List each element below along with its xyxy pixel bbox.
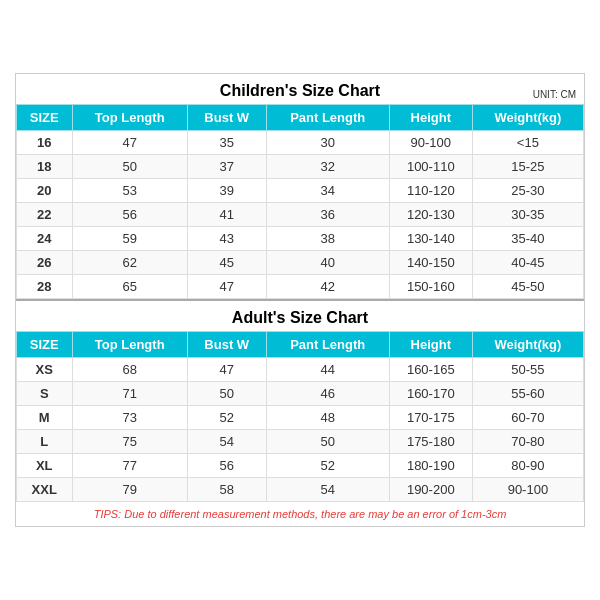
adult-col-bust-w: Bust W <box>187 332 266 358</box>
data-cell: 35 <box>187 131 266 155</box>
data-cell: 55-60 <box>472 382 583 406</box>
data-cell: 45 <box>187 251 266 275</box>
size-cell: 28 <box>17 275 73 299</box>
data-cell: 160-170 <box>389 382 472 406</box>
data-cell: 140-150 <box>389 251 472 275</box>
size-cell: M <box>17 406 73 430</box>
data-cell: 34 <box>266 179 389 203</box>
size-cell: 24 <box>17 227 73 251</box>
size-cell: S <box>17 382 73 406</box>
size-cell: L <box>17 430 73 454</box>
data-cell: 65 <box>72 275 187 299</box>
table-row: 26624540140-15040-45 <box>17 251 584 275</box>
size-chart: Children's Size Chart UNIT: CM SIZE Top … <box>15 73 585 527</box>
table-row: M735248170-17560-70 <box>17 406 584 430</box>
children-title-text: Children's Size Chart <box>220 82 380 99</box>
data-cell: 50 <box>266 430 389 454</box>
table-row: L755450175-18070-80 <box>17 430 584 454</box>
data-cell: 37 <box>187 155 266 179</box>
table-row: XXL795854190-20090-100 <box>17 478 584 502</box>
data-cell: 52 <box>266 454 389 478</box>
table-row: 24594338130-14035-40 <box>17 227 584 251</box>
adult-title-text: Adult's Size Chart <box>232 309 368 326</box>
data-cell: 48 <box>266 406 389 430</box>
data-cell: 90-100 <box>389 131 472 155</box>
data-cell: 170-175 <box>389 406 472 430</box>
size-cell: 16 <box>17 131 73 155</box>
data-cell: 38 <box>266 227 389 251</box>
tips-text: TIPS: Due to different measurement metho… <box>16 502 584 526</box>
data-cell: 150-160 <box>389 275 472 299</box>
data-cell: 50 <box>187 382 266 406</box>
data-cell: 47 <box>187 275 266 299</box>
children-col-pant-length: Pant Length <box>266 105 389 131</box>
data-cell: 77 <box>72 454 187 478</box>
table-row: XL775652180-19080-90 <box>17 454 584 478</box>
table-row: 28654742150-16045-50 <box>17 275 584 299</box>
data-cell: 130-140 <box>389 227 472 251</box>
data-cell: 39 <box>187 179 266 203</box>
data-cell: 15-25 <box>472 155 583 179</box>
data-cell: 35-40 <box>472 227 583 251</box>
table-row: 1647353090-100<15 <box>17 131 584 155</box>
table-row: 18503732100-11015-25 <box>17 155 584 179</box>
data-cell: 190-200 <box>389 478 472 502</box>
data-cell: 40-45 <box>472 251 583 275</box>
data-cell: 79 <box>72 478 187 502</box>
data-cell: 90-100 <box>472 478 583 502</box>
data-cell: 71 <box>72 382 187 406</box>
size-cell: 18 <box>17 155 73 179</box>
data-cell: 75 <box>72 430 187 454</box>
size-cell: 26 <box>17 251 73 275</box>
data-cell: 52 <box>187 406 266 430</box>
children-col-weight: Weight(kg) <box>472 105 583 131</box>
data-cell: 73 <box>72 406 187 430</box>
adult-table: SIZE Top Length Bust W Pant Length Heigh… <box>16 331 584 502</box>
data-cell: 54 <box>187 430 266 454</box>
size-cell: XXL <box>17 478 73 502</box>
table-row: 22564136120-13030-35 <box>17 203 584 227</box>
adult-header-row: SIZE Top Length Bust W Pant Length Heigh… <box>17 332 584 358</box>
size-cell: 22 <box>17 203 73 227</box>
data-cell: 62 <box>72 251 187 275</box>
data-cell: 42 <box>266 275 389 299</box>
data-cell: 120-130 <box>389 203 472 227</box>
adult-col-pant-length: Pant Length <box>266 332 389 358</box>
data-cell: 47 <box>72 131 187 155</box>
data-cell: 32 <box>266 155 389 179</box>
data-cell: 100-110 <box>389 155 472 179</box>
children-col-size: SIZE <box>17 105 73 131</box>
unit-label: UNIT: CM <box>533 89 576 100</box>
data-cell: 80-90 <box>472 454 583 478</box>
data-cell: 110-120 <box>389 179 472 203</box>
data-cell: 47 <box>187 358 266 382</box>
children-col-top-length: Top Length <box>72 105 187 131</box>
data-cell: 59 <box>72 227 187 251</box>
adult-col-weight: Weight(kg) <box>472 332 583 358</box>
data-cell: 56 <box>187 454 266 478</box>
adult-col-top-length: Top Length <box>72 332 187 358</box>
size-cell: XL <box>17 454 73 478</box>
adult-col-height: Height <box>389 332 472 358</box>
data-cell: 25-30 <box>472 179 583 203</box>
table-row: XS684744160-16550-55 <box>17 358 584 382</box>
children-col-height: Height <box>389 105 472 131</box>
data-cell: 40 <box>266 251 389 275</box>
data-cell: 180-190 <box>389 454 472 478</box>
adult-col-size: SIZE <box>17 332 73 358</box>
table-row: S715046160-17055-60 <box>17 382 584 406</box>
size-cell: 20 <box>17 179 73 203</box>
size-cell: XS <box>17 358 73 382</box>
data-cell: 53 <box>72 179 187 203</box>
data-cell: 175-180 <box>389 430 472 454</box>
data-cell: 54 <box>266 478 389 502</box>
data-cell: 45-50 <box>472 275 583 299</box>
data-cell: 60-70 <box>472 406 583 430</box>
children-col-bust-w: Bust W <box>187 105 266 131</box>
data-cell: 36 <box>266 203 389 227</box>
children-section-title: Children's Size Chart UNIT: CM <box>16 74 584 104</box>
data-cell: 41 <box>187 203 266 227</box>
data-cell: 30 <box>266 131 389 155</box>
data-cell: 44 <box>266 358 389 382</box>
data-cell: 70-80 <box>472 430 583 454</box>
